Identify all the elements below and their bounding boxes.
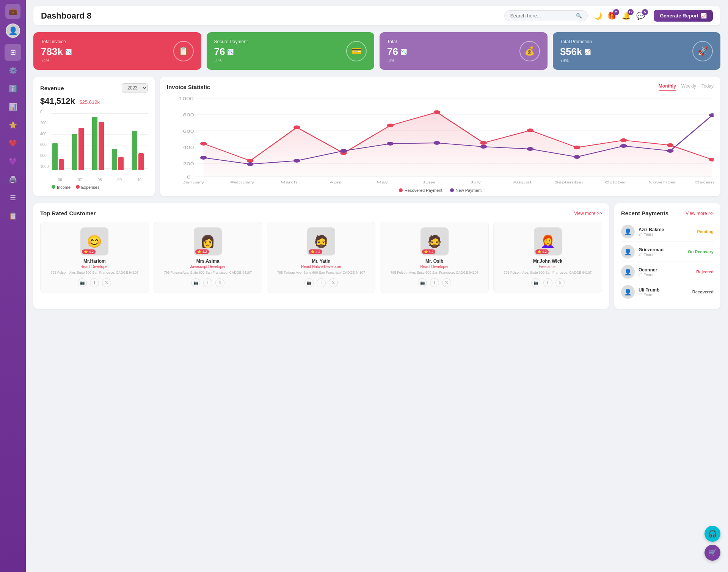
customer-role-4: Freelancer: [497, 265, 598, 269]
search-input[interactable]: [510, 13, 574, 19]
payment-status-2: Rejected: [696, 270, 714, 274]
sidebar-logo[interactable]: 💼: [5, 4, 20, 19]
instagram-icon-0[interactable]: 📷: [78, 278, 87, 287]
stat-card-total-invoice: Total invoice 783k 📉 +4% 📋: [33, 32, 201, 70]
sidebar-item-starred[interactable]: ⭐: [5, 117, 21, 133]
sidebar-item-analytics[interactable]: 📊: [5, 99, 21, 115]
stat-value-secure: 76 📉: [214, 46, 248, 58]
stat-change-secure: -4%: [214, 58, 248, 63]
customer-addr-4: 795 Folsom Ave, Suite 600 San Francisco,…: [497, 270, 598, 275]
sidebar-item-settings[interactable]: ⚙️: [5, 62, 21, 79]
sidebar-item-likes[interactable]: 💜: [5, 153, 21, 170]
customer-card-4: 👩‍🦰 ⭐4.2 Mr.John Wick Freelancer 795 Fol…: [493, 222, 602, 293]
tab-weekly[interactable]: Weekly: [681, 83, 696, 91]
instagram-icon-3[interactable]: 📷: [418, 278, 427, 287]
bell-icon-badge[interactable]: 🔔12: [622, 11, 631, 20]
rec-dot-10: [667, 143, 674, 147]
new-dot-8: [574, 155, 581, 159]
gift-icon-badge[interactable]: 🎁2: [607, 11, 617, 20]
customer-avatar-4: 👩‍🦰 ⭐4.2: [534, 227, 562, 255]
floating-buttons: 🎧 🛒: [704, 526, 720, 561]
twitter-icon-3[interactable]: 𝕏: [442, 278, 451, 287]
expense-bar-08: [99, 122, 104, 170]
stat-icon-invoice: 📋: [173, 41, 194, 61]
revenue-bar-chart: 1000 800 600 400 200 0: [40, 110, 148, 190]
instagram-icon-2[interactable]: 📷: [304, 278, 314, 287]
payment-info-1: Griezerman 24 Years: [639, 247, 684, 257]
facebook-icon-0[interactable]: f: [90, 278, 99, 287]
sidebar-item-dashboard[interactable]: ⊞: [5, 44, 21, 61]
twitter-icon-2[interactable]: 𝕏: [329, 278, 338, 287]
twitter-icon-4[interactable]: 𝕏: [555, 278, 565, 287]
cart-float-button[interactable]: 🛒: [704, 545, 720, 561]
revenue-header: Revenue 202320222021: [40, 83, 148, 92]
invoice-title: Invoice Statistic: [167, 84, 210, 90]
svg-text:April: April: [329, 180, 342, 184]
line-chart-svg: 1000 800 600 400 200 0: [167, 94, 714, 185]
customer-addr-3: 795 Folsom Ave, Suite 600 San Francisco,…: [384, 270, 485, 275]
sidebar-item-info[interactable]: ℹ️: [5, 80, 21, 97]
twitter-icon-0[interactable]: 𝕏: [102, 278, 111, 287]
payment-item-2: 👤 Oconner 24 Years Rejected: [621, 262, 714, 282]
payment-avatar-2: 👤: [621, 265, 635, 279]
stat-change-invoice: +4%: [41, 58, 72, 63]
generate-report-button[interactable]: Generate Report 📈: [654, 10, 713, 22]
svg-text:400: 400: [183, 146, 194, 150]
payments-header: Recent Payments View more >>: [621, 210, 714, 216]
customer-addr-1: 795 Folsom Ave, Suite 600 San Francisco,…: [158, 270, 258, 275]
search-bar[interactable]: 🔍: [504, 10, 588, 21]
social-icons-0: 📷 f 𝕏: [44, 278, 145, 287]
svg-text:December: December: [695, 180, 714, 184]
theme-toggle-icon[interactable]: 🌙: [594, 12, 602, 20]
customer-name-3: Mr. Osib: [384, 259, 485, 264]
generate-report-label: Generate Report: [660, 13, 698, 19]
support-float-button[interactable]: 🎧: [704, 526, 720, 542]
recovered-legend: Recovered Payment: [399, 188, 442, 193]
rating-badge-0: ⭐4.2: [82, 249, 96, 254]
recent-payments-card: Recent Payments View more >> 👤 Aziz Bakr…: [614, 203, 720, 309]
year-select[interactable]: 202320222021: [122, 83, 148, 92]
svg-text:June: June: [422, 180, 435, 184]
bar-chart-inner: 1000 800 600 400 200 0: [40, 110, 148, 176]
customers-view-more[interactable]: View more >>: [574, 211, 602, 216]
social-icons-2: 📷 f 𝕏: [271, 278, 372, 287]
facebook-icon-4[interactable]: f: [543, 278, 552, 287]
facebook-icon-1[interactable]: f: [203, 278, 212, 287]
rec-dot-7: [527, 129, 534, 132]
chat-icon-badge[interactable]: 💬5: [636, 11, 645, 20]
rating-badge-4: ⭐4.2: [535, 249, 549, 254]
user-avatar[interactable]: 👤: [6, 24, 20, 38]
facebook-icon-2[interactable]: f: [317, 278, 326, 287]
facebook-icon-3[interactable]: f: [430, 278, 439, 287]
twitter-icon-1[interactable]: 𝕏: [215, 278, 224, 287]
revenue-card: Revenue 202320222021 $41,512k $25,612k 1…: [33, 77, 155, 196]
invoice-header: Invoice Statistic Monthly Weekly Today: [167, 83, 714, 91]
new-dot-9: [620, 144, 627, 148]
expense-bar-09: [118, 157, 124, 170]
tab-monthly[interactable]: Monthly: [659, 83, 676, 91]
invoice-stat-card: Invoice Statistic Monthly Weekly Today 1…: [160, 77, 720, 196]
payment-age-3: 24 Years: [639, 293, 689, 297]
payment-age-2: 24 Years: [639, 273, 692, 277]
sidebar-item-favorites[interactable]: ❤️: [5, 135, 21, 152]
payments-view-more[interactable]: View more >>: [686, 211, 714, 216]
customer-name-0: Mr.Hariom: [44, 259, 145, 264]
line-chart-container: 1000 800 600 400 200 0: [167, 94, 714, 185]
gift-badge-count: 2: [613, 9, 619, 15]
rec-dot-1: [247, 159, 254, 163]
sidebar-item-reports[interactable]: 📋: [5, 208, 21, 224]
expense-bar-10: [138, 153, 144, 170]
payment-status-1: On Recovery: [688, 249, 714, 254]
sidebar-item-menu[interactable]: ☰: [5, 190, 21, 206]
instagram-icon-1[interactable]: 📷: [191, 278, 200, 287]
customer-card-1: 👩 ⭐4.2 Mrs.Asima Javascript Developer 79…: [154, 222, 262, 293]
payment-age-0: 24 Years: [639, 232, 693, 237]
stat-card-promotion: Total Promotion $56k 📈 +4% 🚀: [553, 32, 721, 70]
payment-info-3: Uli Trumb 24 Years: [639, 287, 689, 297]
income-legend: Income: [52, 185, 71, 190]
instagram-icon-4[interactable]: 📷: [531, 278, 540, 287]
trend-down-icon-2: 📉: [227, 49, 234, 55]
svg-text:600: 600: [183, 129, 194, 133]
sidebar-item-print[interactable]: 🖨️: [5, 171, 21, 188]
tab-today[interactable]: Today: [701, 83, 714, 91]
